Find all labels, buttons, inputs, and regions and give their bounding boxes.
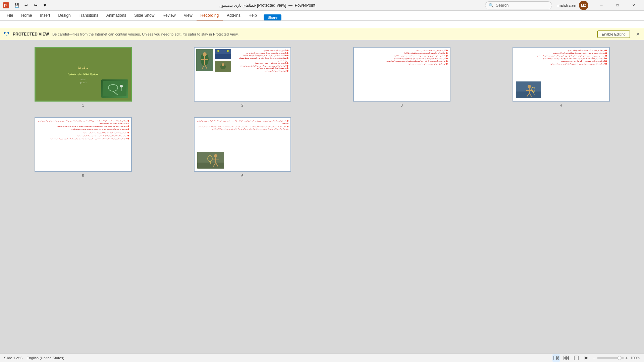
zoom-level[interactable]: 100% (631, 356, 640, 360)
tab-view[interactable]: View (180, 11, 197, 20)
reading-view-button[interactable] (573, 354, 580, 362)
window-controls: ─ □ ✕ (594, 0, 641, 11)
zoom-out-button[interactable]: − (593, 356, 595, 360)
slide-4-number: 4 (560, 103, 562, 107)
tab-recording[interactable]: Recording (197, 11, 223, 20)
slide-3-number: 3 (400, 103, 402, 107)
slide-count: Slide 1 of 6 (4, 356, 22, 360)
main-area: به نام خدا موضوع: خطاهای بازی بدمینتون ا… (0, 40, 644, 353)
zoom-slider[interactable] (597, 357, 624, 359)
slide-2-number: 2 (241, 103, 243, 107)
slide-2-container: 🔴 اگر توپ در بازی سرویس زده شود. 🔴 اگر ت… (166, 47, 319, 107)
title-bar: P 💾 ↩ ↪ ▼ خطاهای بازی بدمینتون [Protecte… (0, 0, 644, 11)
svg-rect-40 (557, 356, 558, 357)
tab-home[interactable]: Home (17, 11, 36, 20)
language-indicator: English (United States) (26, 356, 64, 360)
search-icon: 🔍 (489, 3, 494, 8)
svg-point-17 (227, 50, 229, 52)
svg-text:P: P (4, 3, 7, 8)
tab-file[interactable]: File (3, 11, 17, 20)
svg-rect-45 (564, 358, 566, 360)
slide-5-container: 🔴 هر یک از موارد بالا که به ما داده شد، … (7, 117, 159, 178)
undo-button[interactable]: ↩ (22, 1, 30, 9)
normal-view-button[interactable] (552, 354, 560, 362)
slide-sorter-button[interactable] (562, 354, 570, 362)
enable-editing-button[interactable]: Enable Editing (597, 31, 630, 38)
svg-rect-44 (567, 356, 569, 358)
close-protected-bar-button[interactable]: ✕ (636, 32, 640, 37)
slide-5-thumb[interactable]: 🔴 هر یک از موارد بالا که به ما داده شد، … (35, 117, 132, 172)
svg-rect-15 (215, 54, 231, 59)
slide-2-thumb[interactable]: 🔴 اگر توپ در بازی سرویس زده شود. 🔴 اگر ت… (194, 47, 291, 102)
protected-view-bar: 🛡 PROTECTED VIEW Be careful—files from t… (0, 28, 644, 40)
tab-addins[interactable]: Add-ins (223, 11, 245, 20)
quick-access-toolbar: 💾 ↩ ↪ ▼ (13, 1, 49, 9)
title-bar-left: P 💾 ↩ ↪ ▼ (3, 1, 49, 9)
zoom-in-button[interactable]: + (625, 356, 628, 360)
window-title: خطاهای بازی بدمینتون [Protected View] — … (49, 3, 485, 8)
svg-rect-46 (567, 358, 569, 360)
slide-3-container: 🔴 اگر به توپ در زمین حریف همیشه زده شود.… (325, 47, 478, 107)
title-bar-right: 🔍 mahdi ziaei MZ ─ □ ✕ (485, 0, 641, 11)
file-name: خطاهای بازی بدمینتون [Protected View] (219, 3, 286, 8)
app-name: PowerPoint (295, 3, 315, 8)
zoom-slider-thumb (617, 356, 621, 360)
user-name: mahdi ziaei (557, 3, 576, 7)
svg-point-20 (222, 63, 224, 66)
status-bar: Slide 1 of 6 English (United States) (0, 353, 644, 362)
svg-point-16 (217, 50, 219, 52)
share-button[interactable]: Share (264, 14, 281, 20)
tab-animations[interactable]: Animations (102, 11, 130, 20)
slide-1-thumb[interactable]: به نام خدا موضوع: خطاهای بازی بدمینتون ا… (35, 47, 132, 102)
protected-label: PROTECTED VIEW (13, 32, 49, 37)
svg-rect-42 (557, 359, 558, 360)
slide-6-container: 🔴 چنانچه بازیکن در یک رفتار بدتر و غیر و… (166, 117, 319, 178)
slide-5-number: 5 (82, 174, 84, 178)
slide-4-thumb[interactable]: 🔴 در عقل هم چش می‌آمد به نمابندی که خود … (513, 47, 610, 102)
user-initials: MZ (581, 3, 586, 7)
app-icon: P (3, 2, 9, 9)
svg-marker-51 (585, 356, 588, 360)
slide-6-thumb[interactable]: 🔴 چنانچه بازیکن در یک رفتار بدتر و غیر و… (194, 117, 291, 172)
tab-review[interactable]: Review (158, 11, 179, 20)
search-input[interactable] (496, 3, 548, 8)
svg-point-23 (528, 85, 531, 88)
svg-rect-41 (557, 357, 558, 358)
svg-rect-2 (103, 81, 126, 96)
svg-point-9 (203, 52, 207, 56)
svg-point-5 (120, 85, 123, 87)
customize-button[interactable]: ▼ (41, 1, 49, 9)
tab-slideshow[interactable]: Slide Show (130, 11, 158, 20)
slide-3-thumb[interactable]: 🔴 اگر به توپ در زمین حریف همیشه زده شود.… (353, 47, 450, 102)
status-right: − + 100% (552, 354, 640, 362)
svg-rect-43 (564, 356, 566, 358)
slide-1-number: 1 (82, 103, 84, 107)
slides-panel: به نام خدا موضوع: خطاهای بازی بدمینتون ا… (0, 40, 644, 353)
redo-button[interactable]: ↪ (32, 1, 40, 9)
tab-design[interactable]: Design (54, 11, 74, 20)
slideshow-button[interactable] (583, 354, 590, 362)
slide-6-number: 6 (241, 174, 243, 178)
zoom-bar: − + 100% (593, 356, 640, 360)
avatar[interactable]: MZ (579, 1, 588, 10)
ribbon-content (0, 21, 644, 28)
slide-1-container: به نام خدا موضوع: خطاهای بازی بدمینتون ا… (7, 47, 159, 107)
minimize-button[interactable]: ─ (594, 0, 609, 11)
close-button[interactable]: ✕ (626, 0, 641, 11)
maximize-button[interactable]: □ (610, 0, 625, 11)
slide-4-container: 🔴 در عقل هم چش می‌آمد به نمابندی که خود … (485, 47, 637, 107)
tab-help[interactable]: Help (245, 11, 261, 20)
shield-icon: 🛡 (4, 31, 9, 37)
svg-point-32 (214, 154, 217, 158)
ribbon-tabs: File Home Insert Design Transitions Anim… (0, 11, 644, 21)
search-bar[interactable]: 🔍 (485, 1, 552, 9)
svg-rect-39 (554, 356, 556, 360)
tab-transitions[interactable]: Transitions (75, 11, 102, 20)
save-button[interactable]: 💾 (13, 1, 21, 9)
tab-insert[interactable]: Insert (36, 11, 54, 20)
protected-message: Be careful—files from the Internet can c… (52, 32, 594, 36)
